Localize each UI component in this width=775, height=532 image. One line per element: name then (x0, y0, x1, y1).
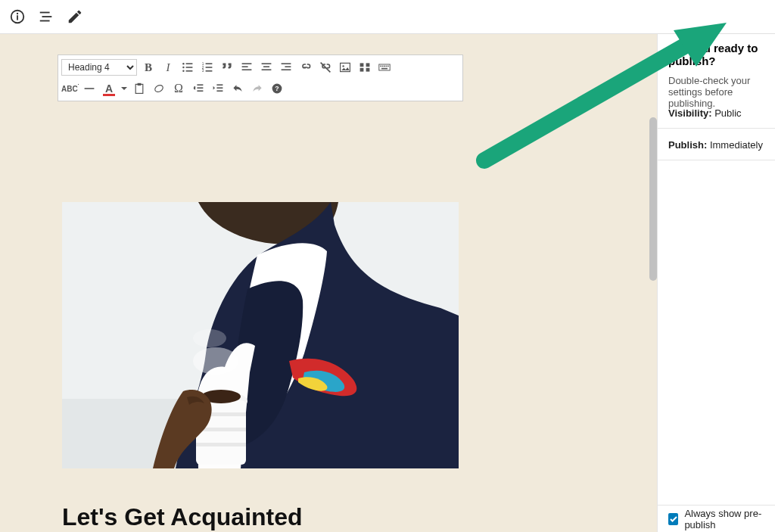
svg-rect-11 (186, 70, 193, 72)
svg-rect-23 (262, 69, 272, 70)
svg-point-6 (182, 63, 184, 64)
editor-canvas[interactable]: Heading 4 B I 123 ABC A (0, 34, 657, 532)
outline-icon[interactable] (38, 8, 54, 25)
svg-rect-3 (40, 12, 50, 14)
svg-rect-22 (263, 66, 269, 67)
text-color-button[interactable]: A (101, 80, 117, 97)
align-center-button[interactable] (258, 59, 275, 76)
svg-rect-18 (242, 63, 252, 64)
svg-rect-19 (242, 66, 248, 67)
visibility-label: Visibility: (668, 107, 712, 119)
indent-button[interactable] (210, 80, 226, 97)
outdent-button[interactable] (190, 80, 207, 97)
always-show-checkbox[interactable] (668, 513, 678, 525)
svg-rect-45 (197, 84, 203, 86)
svg-rect-37 (384, 66, 385, 67)
insert-image-button[interactable] (337, 59, 353, 76)
svg-point-44 (154, 84, 164, 94)
svg-point-62 (193, 329, 226, 347)
scrollbar-thumb[interactable] (649, 117, 657, 281)
svg-text:3: 3 (202, 69, 204, 73)
info-icon[interactable] (9, 8, 26, 25)
paste-button[interactable] (131, 80, 148, 97)
text-color-dropdown[interactable] (120, 80, 128, 97)
bullet-list-button[interactable] (179, 59, 196, 76)
svg-rect-42 (135, 84, 143, 93)
svg-rect-36 (382, 66, 384, 67)
unlink-button[interactable] (317, 59, 334, 76)
bold-button[interactable]: B (140, 59, 157, 76)
svg-text:?: ? (275, 85, 279, 92)
keyboard-button[interactable] (376, 59, 393, 76)
publish-sidebar: Publish Are you ready to publish? Double… (657, 0, 775, 532)
numbered-list-button[interactable]: 123 (199, 59, 216, 76)
content-heading[interactable]: Let's Get Acquainted (62, 503, 303, 531)
svg-rect-49 (216, 87, 223, 89)
svg-rect-40 (381, 68, 388, 70)
svg-rect-30 (360, 63, 364, 67)
svg-rect-39 (388, 66, 389, 67)
svg-rect-9 (186, 67, 193, 68)
redo-button[interactable] (249, 80, 266, 97)
editor-topbar (0, 0, 775, 34)
svg-point-10 (182, 70, 184, 72)
align-left-button[interactable] (238, 59, 255, 76)
italic-button[interactable]: I (160, 59, 176, 76)
link-button[interactable] (297, 59, 314, 76)
prepublish-footer: Always show pre-publish (658, 505, 775, 532)
svg-rect-35 (380, 66, 381, 67)
svg-rect-20 (242, 69, 252, 70)
svg-rect-15 (206, 67, 213, 68)
svg-point-8 (182, 67, 184, 68)
clear-format-button[interactable] (151, 80, 167, 97)
svg-rect-24 (282, 63, 291, 64)
svg-rect-25 (285, 66, 291, 67)
visibility-value: Public (714, 107, 741, 119)
classic-toolbar: Heading 4 B I 123 ABC A (58, 54, 463, 101)
svg-rect-34 (379, 64, 390, 70)
svg-rect-48 (216, 84, 223, 86)
svg-rect-47 (197, 90, 203, 92)
undo-button[interactable] (229, 80, 246, 97)
visibility-row[interactable]: Visibility: Public (658, 98, 775, 129)
svg-rect-43 (138, 83, 142, 86)
svg-rect-7 (186, 63, 193, 64)
special-char-button[interactable]: Ω (170, 80, 187, 97)
svg-point-2 (17, 13, 18, 14)
svg-rect-1 (17, 15, 18, 20)
svg-rect-33 (366, 68, 370, 72)
svg-rect-46 (197, 87, 203, 89)
svg-rect-21 (262, 63, 272, 64)
help-button[interactable]: ? (269, 80, 285, 97)
publish-time-row[interactable]: Publish: Immediately (658, 130, 775, 160)
svg-rect-26 (282, 69, 291, 70)
heading-dropdown[interactable]: Heading 4 (61, 59, 137, 76)
svg-rect-13 (206, 63, 213, 64)
svg-rect-41 (85, 88, 95, 89)
prepublish-title: Are you ready to publish? (668, 42, 767, 67)
svg-rect-31 (366, 63, 370, 67)
svg-rect-50 (216, 90, 223, 92)
align-right-button[interactable] (278, 59, 294, 76)
svg-rect-4 (42, 16, 52, 17)
always-show-label: Always show pre-publish (684, 508, 775, 530)
pencil-icon[interactable] (67, 8, 83, 25)
publish-time-label: Publish: (668, 139, 707, 151)
svg-rect-17 (206, 70, 213, 72)
hr-button[interactable] (81, 80, 98, 97)
publish-time-value: Immediately (710, 139, 763, 151)
svg-rect-32 (360, 68, 364, 72)
hero-image[interactable] (62, 202, 459, 468)
tadv-button[interactable] (356, 59, 373, 76)
svg-rect-5 (40, 20, 50, 22)
blockquote-button[interactable] (219, 59, 235, 76)
svg-rect-59 (196, 443, 246, 446)
svg-point-61 (193, 347, 238, 375)
svg-rect-38 (386, 66, 388, 67)
svg-point-29 (342, 65, 344, 67)
strikethrough-button[interactable]: ABC (61, 80, 78, 97)
